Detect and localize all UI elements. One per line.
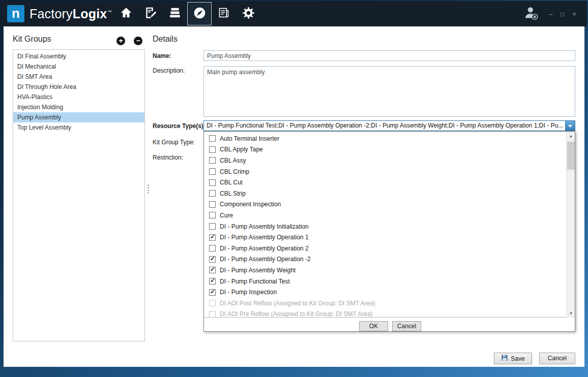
minimize-button[interactable]: – — [547, 11, 554, 17]
brand-text: FactoryLogix™ — [30, 7, 112, 21]
nav-settings-button[interactable] — [236, 2, 260, 25]
checkbox[interactable]: ✓ — [209, 201, 216, 208]
resource-option[interactable]: ✓ DI - Pump Assembly Weight — [204, 265, 575, 276]
resource-types-label: Resource Type(s): — [153, 122, 205, 130]
resource-types-value: DI - Pump Functional Test;DI - Pump Asse… — [207, 121, 564, 131]
nav-home-button[interactable] — [114, 2, 138, 25]
checkbox[interactable]: ✓ — [209, 146, 216, 153]
chevron-down-icon — [568, 125, 572, 128]
user-logout-icon — [523, 14, 539, 22]
scroll-down-button[interactable]: ▼ — [567, 309, 575, 318]
resource-options-list: ✓ Auto Terminal Inserter ✓ CBL Apply Tap… — [204, 132, 575, 318]
add-kit-group-button[interactable]: + — [116, 37, 125, 45]
checkbox[interactable]: ✓ — [209, 300, 216, 306]
kit-group-item[interactable]: DI Through Hole Area — [13, 82, 144, 92]
checkbox[interactable]: ✓ — [209, 234, 216, 241]
footer-cancel-button[interactable]: Cancel — [539, 353, 575, 364]
nav-materials-button[interactable] — [163, 2, 187, 25]
checkbox[interactable]: ✓ — [209, 179, 216, 186]
kit-group-item[interactable]: DI Mechanical — [13, 61, 144, 72]
scroll-thumb[interactable] — [567, 142, 575, 170]
resource-option[interactable]: ✓ DI - Pump Assembly Operation 1 — [204, 232, 575, 243]
resource-option[interactable]: ✓ CBL Cut — [204, 177, 575, 188]
kit-group-item[interactable]: Top Level Assembly — [13, 122, 144, 133]
save-button[interactable]: Save — [494, 353, 532, 364]
check-icon: ✓ — [210, 266, 215, 273]
resource-option[interactable]: ✓ DI - Pump Assembly Operation -2 — [204, 254, 575, 265]
kit-group-item[interactable]: Pump Assembly — [13, 112, 144, 122]
kit-group-item[interactable]: Injection Molding — [13, 102, 144, 112]
resource-option[interactable]: ✓ CBL Apply Tape — [204, 144, 575, 155]
resource-option[interactable]: ✓ CBL Strip — [204, 188, 575, 199]
resource-option[interactable]: ✓ DI - Pump Functional Test — [204, 276, 575, 287]
checkbox[interactable]: ✓ — [209, 278, 216, 285]
resource-option-label: DI - Pump Assembly Weight — [220, 267, 296, 274]
dropdown-scrollbar[interactable]: ▲ ▼ — [566, 132, 575, 318]
kit-group-type-label: Kit Group Type: — [153, 139, 195, 146]
resource-option[interactable]: ✓ Auto Terminal Inserter — [204, 133, 575, 144]
name-label: Name: — [153, 52, 171, 59]
resource-option[interactable]: ✓ DI AOI Pre Reflow (Assigned to Kit Gro… — [204, 309, 575, 318]
user-account-button[interactable] — [523, 5, 539, 23]
kit-group-item[interactable]: DI Final Assembly — [13, 51, 144, 61]
close-button[interactable]: × — [571, 11, 578, 17]
kit-group-item-label: Pump Assembly — [17, 114, 61, 121]
operations-compass-icon — [193, 6, 207, 22]
dropdown-ok-button[interactable]: OK — [359, 321, 388, 331]
panel-splitter-handle[interactable] — [148, 184, 149, 194]
resource-option-label: DI AOI Post Reflow (Assigned to Kit Grou… — [220, 300, 375, 307]
resource-option-label: Cure — [220, 212, 233, 219]
resource-types-combobox[interactable]: DI - Pump Functional Test;DI - Pump Asse… — [203, 120, 575, 131]
description-input[interactable]: Main pump assembly — [203, 66, 575, 117]
resource-option[interactable]: ✓ DI - Pump Assembly Operation 2 — [204, 243, 575, 254]
resource-option-label: CBL Apply Tape — [220, 146, 263, 153]
resource-option[interactable]: ✓ DI AOI Post Reflow (Assigned to Kit Gr… — [204, 298, 575, 309]
resource-option-label: CBL Crimp — [220, 168, 249, 175]
check-icon: ✓ — [210, 234, 215, 240]
resource-option[interactable]: ✓ DI - Pump Assembly Initialization — [204, 221, 575, 232]
resource-types-dropdown-popup: ✓ Auto Terminal Inserter ✓ CBL Apply Tap… — [203, 131, 575, 332]
checkbox[interactable]: ✓ — [209, 135, 216, 142]
factorylogix-logo: n FactoryLogix™ — [7, 5, 112, 22]
kit-groups-title: Kit Groups — [13, 35, 51, 44]
checkbox[interactable]: ✓ — [209, 256, 216, 263]
nav-operations-button[interactable] — [187, 2, 212, 25]
production-plan-icon — [144, 6, 157, 21]
resource-option[interactable]: ✓ CBL Crimp — [204, 166, 575, 177]
check-icon: ✓ — [210, 256, 215, 262]
resource-types-dropdown-button[interactable] — [565, 121, 575, 131]
remove-kit-group-button[interactable]: − — [134, 37, 142, 45]
checkbox[interactable]: ✓ — [209, 289, 216, 296]
nav-production-plan-button[interactable] — [138, 2, 163, 25]
checkbox[interactable]: ✓ — [209, 245, 216, 252]
resource-option[interactable]: ✓ CBL Assy — [204, 155, 575, 166]
checkbox[interactable]: ✓ — [209, 212, 216, 218]
kit-group-item-label: DI Final Assembly — [17, 53, 66, 60]
name-input[interactable] — [203, 50, 575, 61]
save-icon — [501, 354, 508, 363]
kit-group-item[interactable]: HVA-Plastics — [13, 92, 144, 102]
checkbox[interactable]: ✓ — [209, 267, 216, 273]
kit-group-item[interactable]: DI SMT Area — [13, 72, 144, 82]
dropdown-cancel-button[interactable]: Cancel — [392, 321, 421, 331]
kit-group-item-label: HVA-Plastics — [17, 93, 52, 101]
checkbox[interactable]: ✓ — [209, 190, 216, 197]
resource-option[interactable]: ✓ Cure — [204, 210, 575, 221]
maximize-button[interactable]: □ — [559, 11, 566, 17]
resource-option-label: DI - Pump Assembly Operation -2 — [220, 256, 311, 263]
resource-option-label: Component Inspection — [220, 201, 281, 208]
window-controls: – □ × — [547, 11, 578, 17]
description-label: Description: — [153, 67, 185, 74]
resource-option-label: CBL Strip — [220, 190, 246, 197]
checkbox[interactable]: ✓ — [209, 311, 216, 318]
kit-groups-list: DI Final Assembly DI Mechanical DI SMT A… — [13, 49, 145, 341]
logo-n-icon: n — [7, 5, 24, 22]
resource-option[interactable]: ✓ Component Inspection — [204, 199, 575, 210]
checkbox[interactable]: ✓ — [209, 168, 216, 175]
resource-option[interactable]: ✓ DI - Pump Inspection — [204, 287, 575, 298]
checkbox[interactable]: ✓ — [209, 223, 216, 230]
checkbox[interactable]: ✓ — [209, 157, 216, 164]
nav-reports-button[interactable] — [212, 2, 236, 25]
scroll-up-button[interactable]: ▲ — [567, 132, 575, 140]
plus-icon: + — [119, 37, 123, 45]
